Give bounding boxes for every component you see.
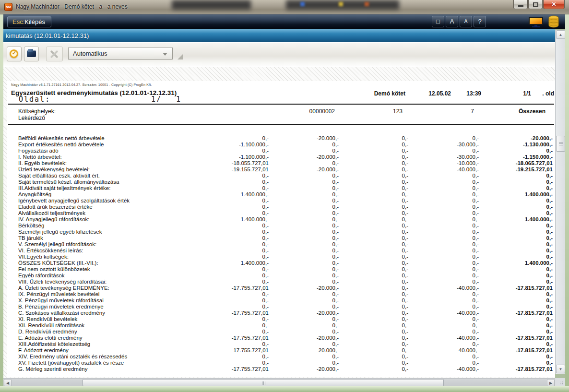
row-value: 0,- <box>408 291 479 297</box>
table-row: E. Adózás elötti eredmény-17.755.727,01-… <box>7 335 553 341</box>
resize-grip[interactable] <box>555 378 565 386</box>
row-value: 0,- <box>269 329 339 335</box>
table-row: XII. Rendkívüli ráfordítások0,-0,-0,-0,-… <box>7 322 553 329</box>
app-icon: NM <box>4 3 12 11</box>
chevron-down-icon <box>163 53 167 56</box>
row-value: 0,- <box>339 279 408 285</box>
row-total-value: -19.215.727,01 <box>479 166 553 173</box>
confirm-button[interactable] <box>7 47 22 61</box>
row-value: 0,- <box>408 210 479 216</box>
row-total-value: 0,- <box>479 297 553 304</box>
row-label: XV. Fizetett (jóváhagyott) osztalék és r… <box>7 360 209 366</box>
row-value: 0,- <box>408 223 479 229</box>
row-value: 0,- <box>408 135 479 142</box>
window-controls: ✕ <box>513 0 565 9</box>
row-label: Eladott árúk beszerzési értéke <box>7 204 209 210</box>
row-value: 0,- <box>339 291 408 297</box>
table-row: D. Rendkívüli eredmény0,-0,-0,-0,-0,- <box>7 329 553 335</box>
row-value: 0,- <box>339 360 408 366</box>
row-value: -40.000,- <box>408 310 479 316</box>
row-total-value: -20.000,- <box>479 135 553 142</box>
scroll-right-icon[interactable]: ▶ <box>547 379 555 386</box>
row-label: IX. Pénzügyi műveletek bevételei <box>7 291 209 297</box>
table-row: Személyi jellegű egyéb kifizetések0,-0,-… <box>7 229 553 235</box>
mode-dropdown[interactable]: Automatikus <box>68 47 173 60</box>
row-value: 0,- <box>339 204 408 210</box>
row-total-value: 0,- <box>479 241 553 248</box>
row-value: -40.000,- <box>408 347 479 354</box>
table-row: VIII. Üzleti tevékenység ráfordításai:0,… <box>7 279 553 285</box>
row-value: 0,- <box>209 254 269 260</box>
row-value: -17.755.727,01 <box>209 366 269 372</box>
help-button[interactable]: ? <box>474 16 486 27</box>
row-value: -20.000,- <box>269 347 339 354</box>
row-value: 0,- <box>269 260 339 266</box>
row-total-value: 0,- <box>479 291 553 297</box>
tab-report-title[interactable]: kimutatás (12.01.01-12.12.31) <box>6 32 89 39</box>
row-value: 0,- <box>408 297 479 304</box>
maximize-button[interactable] <box>528 0 543 9</box>
minimize-button[interactable] <box>513 0 528 9</box>
report-time: 13:39 <box>458 90 481 97</box>
horizontal-scrollbar[interactable]: ◀ ▶ <box>3 378 555 386</box>
table-row: ÖSSZES KÖLTSÉGEK (III.-VII.):1.400.000,-… <box>7 260 553 266</box>
row-value: 0,- <box>269 148 339 154</box>
dropdown-resize-grip[interactable] <box>178 54 183 59</box>
titlebar-glass-dot <box>300 2 305 6</box>
exit-button[interactable]: Esc:Kilépés <box>7 16 51 27</box>
row-label: Saját termelésű készl. állományváltozása <box>7 179 209 185</box>
command-bar-buttons: □ A A ? <box>432 16 486 27</box>
window-frame-button[interactable]: □ <box>432 16 444 27</box>
row-value: -17.755.727,01 <box>209 310 269 316</box>
vertical-scrollbar[interactable]: ▲ ▼ <box>555 30 565 374</box>
row-label: Belföldi érékesítés nettó árbevétele <box>7 135 209 142</box>
row-value: 0,- <box>269 198 339 204</box>
row-value: 0,- <box>209 179 269 185</box>
scroll-left-icon[interactable]: ◀ <box>4 379 12 386</box>
font-larger-button[interactable]: A <box>446 16 458 27</box>
font-smaller-button[interactable]: A <box>460 16 472 27</box>
table-row: X. Pénzügyi műveletek ráfordításai0,-0,-… <box>7 297 553 304</box>
row-value: 0,- <box>209 148 269 154</box>
row-value: 0,- <box>408 266 479 273</box>
row-value: -18.055.727,01 <box>209 160 269 166</box>
vertical-scrollbar-thumb[interactable] <box>556 136 565 152</box>
row-value: 0,- <box>408 185 479 191</box>
oldal-label: Oldal: <box>19 95 50 104</box>
row-value: 0,- <box>209 135 269 142</box>
maximize-icon <box>533 2 538 7</box>
row-total-value: 0,- <box>479 316 553 322</box>
horizontal-scrollbar-thumb[interactable] <box>83 379 444 386</box>
row-value: -40.000,- <box>408 166 479 173</box>
scroll-up-icon[interactable]: ▲ <box>556 30 565 39</box>
scroll-down-icon[interactable]: ▼ <box>556 365 565 373</box>
row-value: 0,- <box>408 254 479 260</box>
row-label: VIII. Üzleti tevékenység ráfordításai: <box>7 279 209 285</box>
minimize-icon <box>518 5 523 7</box>
close-button[interactable]: ✕ <box>543 0 565 9</box>
row-value: 0,- <box>339 254 408 260</box>
print-button[interactable] <box>24 47 39 61</box>
row-value: 0,- <box>209 304 269 310</box>
row-value: 0,- <box>408 322 479 329</box>
row-value: -20.000,- <box>269 285 339 291</box>
row-value: 0,- <box>209 185 269 191</box>
row-value: 0,- <box>408 260 479 266</box>
exit-hotkey: Esc: <box>12 18 24 25</box>
row-value: 0,- <box>209 341 269 347</box>
row-value: 0,- <box>209 210 269 216</box>
database-icon[interactable] <box>548 15 559 29</box>
row-total-value: 0,- <box>479 254 553 260</box>
row-label: Egyéb ráfordítások <box>7 273 209 279</box>
row-value: 0,- <box>339 347 408 354</box>
row-value: 0,- <box>269 229 339 235</box>
row-label: E. Adózás elötti eredmény <box>7 335 209 341</box>
row-value: 0,- <box>408 173 479 179</box>
monitor-icon[interactable] <box>529 17 543 27</box>
row-value: -19.155.727,01 <box>209 166 269 173</box>
row-value: 0,- <box>339 148 408 154</box>
row-value: 0,- <box>269 254 339 260</box>
row-value: 0,- <box>339 248 408 254</box>
row-total-value: 1.400.000,- <box>479 216 553 223</box>
divider <box>8 124 554 125</box>
